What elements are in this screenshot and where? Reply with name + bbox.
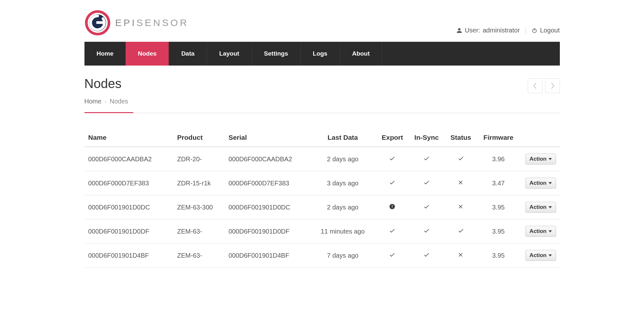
cell-status — [444, 195, 478, 219]
user-bar: User: administrator Logout — [456, 27, 560, 36]
table-row: 000D6F001901D4BFZEM-63-000D6F001901D4BF7… — [84, 244, 560, 268]
cell-last-data: 2 days ago — [310, 195, 375, 219]
cell-in-sync — [410, 171, 444, 195]
cell-firmware: 3.95 — [478, 219, 519, 244]
user-name: administrator — [483, 27, 520, 34]
cell-in-sync — [410, 147, 444, 171]
nav-item-settings[interactable]: Settings — [252, 42, 301, 66]
caret-down-icon — [549, 158, 552, 160]
table-row: 000D6F001901D0DFZEM-63-000D6F001901D0DF1… — [84, 219, 560, 244]
cell-serial: 000D6F001901D0DF — [225, 219, 310, 244]
cell-export — [375, 244, 410, 268]
cell-product: ZEM-63- — [173, 244, 225, 268]
check-icon — [389, 227, 395, 234]
caret-down-icon — [549, 254, 552, 256]
nav-item-data[interactable]: Data — [169, 42, 207, 66]
pager-prev-button[interactable] — [528, 78, 543, 93]
caret-down-icon — [549, 206, 552, 208]
nav-item-nodes[interactable]: Nodes — [126, 42, 169, 66]
action-button[interactable]: Action — [525, 250, 556, 261]
logout-label: Logout — [540, 27, 560, 34]
cell-export — [375, 147, 410, 171]
cell-in-sync — [410, 219, 444, 244]
cell-product: ZEM-63-300 — [173, 195, 225, 219]
cell-name[interactable]: 000D6F000D7EF383 — [84, 171, 173, 195]
check-icon — [423, 227, 430, 234]
svg-rect-3 — [96, 21, 103, 24]
warning-icon — [389, 203, 395, 210]
cell-firmware: 3.96 — [478, 147, 519, 171]
table-row: 000D6F000D7EF383ZDR-15-r1k000D6F000D7EF3… — [84, 171, 560, 195]
cell-status — [444, 171, 478, 195]
breadcrumb-home[interactable]: Home — [84, 98, 101, 105]
cross-icon — [458, 204, 464, 209]
svg-rect-8 — [392, 208, 393, 208]
th-name[interactable]: Name — [84, 129, 173, 147]
cell-firmware: 3.47 — [478, 171, 519, 195]
th-status[interactable]: Status — [444, 129, 478, 147]
cell-name[interactable]: 000D6F001901D0DC — [84, 195, 173, 219]
cell-export — [375, 171, 410, 195]
cell-export — [375, 195, 410, 219]
nodes-table: Name Product Serial Last Data Export In-… — [84, 129, 560, 268]
cross-icon — [458, 252, 464, 258]
chevron-left-icon — [533, 82, 537, 89]
nav-item-layout[interactable]: Layout — [207, 42, 252, 66]
user-icon — [456, 28, 462, 33]
cell-in-sync — [410, 244, 444, 268]
cell-firmware: 3.95 — [478, 195, 519, 219]
th-in-sync[interactable]: In-Sync — [410, 129, 444, 147]
breadcrumb-current: Nodes — [110, 98, 128, 105]
th-product[interactable]: Product — [173, 129, 225, 147]
action-button[interactable]: Action — [525, 178, 556, 189]
th-last-data[interactable]: Last Data — [310, 129, 375, 147]
check-icon — [423, 203, 430, 210]
brand-logo[interactable]: EPISENSOR — [84, 10, 189, 36]
check-icon — [458, 227, 464, 234]
table-row: 000D6F000CAADBA2ZDR-20-000D6F000CAADBA22… — [84, 147, 560, 171]
logo-text: EPISENSOR — [115, 17, 189, 28]
nav-item-home[interactable]: Home — [84, 42, 126, 66]
check-icon — [389, 179, 395, 186]
cell-last-data: 11 minutes ago — [310, 219, 375, 244]
check-icon — [458, 155, 464, 162]
cell-serial: 000D6F001901D4BF — [225, 244, 310, 268]
check-icon — [423, 155, 430, 162]
action-button[interactable]: Action — [525, 154, 556, 164]
check-icon — [423, 252, 430, 258]
pager-next-button[interactable] — [545, 78, 560, 93]
cell-status — [444, 244, 478, 268]
cell-in-sync — [410, 195, 444, 219]
power-icon — [532, 28, 537, 33]
th-serial[interactable]: Serial — [225, 129, 310, 147]
cell-last-data: 3 days ago — [310, 171, 375, 195]
cell-name[interactable]: 000D6F001901D4BF — [84, 244, 173, 268]
title-underline — [84, 113, 560, 113]
cell-product: ZDR-20- — [173, 147, 225, 171]
svg-rect-7 — [392, 205, 393, 207]
user-info: User: administrator — [456, 27, 520, 34]
nav-item-about[interactable]: About — [340, 42, 382, 66]
user-label: User: — [465, 27, 480, 34]
action-button[interactable]: Action — [525, 226, 556, 237]
caret-down-icon — [549, 230, 552, 232]
cell-serial: 000D6F000CAADBA2 — [225, 147, 310, 171]
breadcrumb-separator: › — [105, 99, 106, 104]
page-title: Nodes — [84, 76, 122, 91]
cell-product: ZEM-63- — [173, 219, 225, 244]
divider — [525, 27, 526, 34]
nav-item-logs[interactable]: Logs — [301, 42, 340, 66]
logo-icon — [84, 10, 111, 36]
th-firmware[interactable]: Firmware — [478, 129, 519, 147]
th-export[interactable]: Export — [375, 129, 410, 147]
chevron-right-icon — [550, 82, 555, 89]
logout-link[interactable]: Logout — [532, 27, 560, 34]
cell-status — [444, 147, 478, 171]
cell-name[interactable]: 000D6F000CAADBA2 — [84, 147, 173, 171]
cell-name[interactable]: 000D6F001901D0DF — [84, 219, 173, 244]
cell-serial: 000D6F000D7EF383 — [225, 171, 310, 195]
action-button[interactable]: Action — [525, 202, 556, 213]
check-icon — [389, 252, 395, 258]
cell-last-data: 7 days ago — [310, 244, 375, 268]
check-icon — [423, 179, 430, 186]
